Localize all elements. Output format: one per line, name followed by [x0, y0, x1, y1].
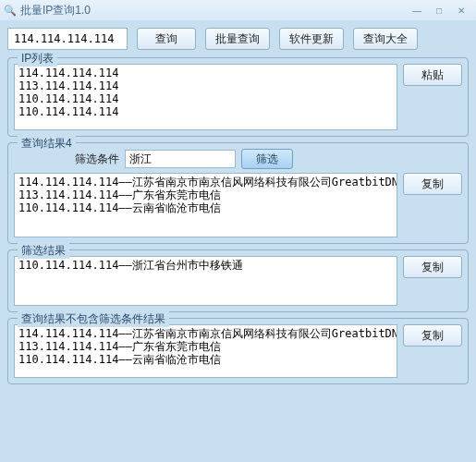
filter-label: 筛选条件	[75, 152, 119, 167]
ip-list-textarea[interactable]	[14, 64, 397, 130]
copy-excluded-button[interactable]: 复制	[403, 324, 462, 346]
minimize-button[interactable]: —	[406, 3, 428, 18]
excluded-group: 查询结果不包含筛选条件结果 复制	[7, 318, 469, 384]
filtered-textarea[interactable]	[14, 256, 397, 306]
copy-results-button[interactable]: 复制	[403, 173, 462, 195]
copy-filtered-button[interactable]: 复制	[403, 256, 462, 278]
query-button[interactable]: 查询	[137, 28, 196, 50]
maximize-button[interactable]: □	[428, 3, 450, 18]
results-textarea[interactable]	[14, 173, 397, 237]
filter-button[interactable]: 筛选	[241, 149, 293, 169]
batch-query-button[interactable]: 批量查询	[205, 28, 270, 50]
app-icon: 🔍	[4, 5, 17, 17]
paste-button[interactable]: 粘贴	[403, 64, 462, 86]
all-query-button[interactable]: 查询大全	[353, 28, 418, 50]
close-button[interactable]: ✕	[450, 3, 472, 18]
filtered-title: 筛选结果	[18, 243, 69, 259]
update-button[interactable]: 软件更新	[279, 28, 344, 50]
results-title: 查询结果4	[18, 136, 76, 152]
filter-input[interactable]	[125, 150, 236, 168]
window-title: 批量IP查询1.0	[20, 3, 91, 18]
ip-list-group: IP列表 粘贴	[7, 57, 469, 137]
filtered-group: 筛选结果 复制	[7, 249, 469, 312]
content-area: 查询 批量查询 软件更新 查询大全 IP列表 粘贴 查询结果4 筛选条件 筛选 …	[0, 20, 476, 397]
excluded-title: 查询结果不包含筛选条件结果	[18, 311, 169, 327]
results-group: 查询结果4 筛选条件 筛选 复制	[7, 142, 469, 244]
titlebar: 🔍 批量IP查询1.0 — □ ✕	[0, 0, 476, 20]
ip-list-title: IP列表	[18, 51, 57, 67]
excluded-textarea[interactable]	[14, 324, 397, 378]
ip-input[interactable]	[7, 28, 128, 50]
top-toolbar: 查询 批量查询 软件更新 查询大全	[7, 28, 469, 50]
